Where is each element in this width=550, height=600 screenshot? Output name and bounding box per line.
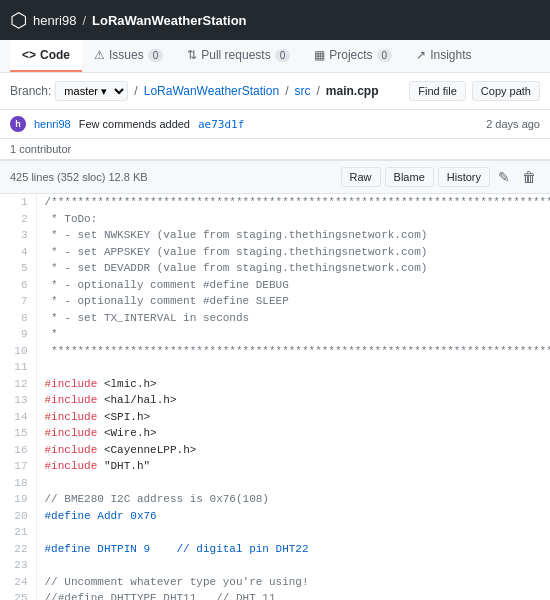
line-number[interactable]: 3 [0,227,36,244]
file-lines: 425 lines (352 sloc) [10,171,105,183]
line-code: * ToDo: [36,211,550,228]
table-row: 22#define DHTPIN 9 // digital pin DHT22 [0,541,550,558]
line-code: * [36,326,550,343]
line-code: #include <SPI.h> [36,409,550,426]
breadcrumb-src[interactable]: src [294,84,310,98]
blame-button[interactable]: Blame [385,167,434,187]
line-number[interactable]: 19 [0,491,36,508]
breadcrumb-bar: Branch: master ▾ / LoRaWanWeatherStation… [0,73,550,110]
raw-button[interactable]: Raw [341,167,381,187]
table-row: 11 [0,359,550,376]
line-number[interactable]: 25 [0,590,36,600]
commit-author[interactable]: henri98 [34,118,71,130]
branch-label: Branch: [10,84,51,98]
line-number[interactable]: 13 [0,392,36,409]
breadcrumb-actions: Find file Copy path [409,81,540,101]
table-row: 4 * - set APPSKEY (value from staging.th… [0,244,550,261]
topbar-user[interactable]: henri98 [33,13,76,28]
line-code: #include <lmic.h> [36,376,550,393]
breadcrumb-sep3: / [316,84,319,98]
line-number[interactable]: 24 [0,574,36,591]
commit-message: Few commends added [79,118,190,130]
table-row: 8 * - set TX_INTERVAL in seconds [0,310,550,327]
pr-icon: ⇅ [187,48,197,62]
line-number[interactable]: 21 [0,524,36,541]
breadcrumb-sep1: / [134,84,137,98]
line-code: #define DHTPIN 9 // digital pin DHT22 [36,541,550,558]
line-code: // BME280 I2C address is 0x76(108) [36,491,550,508]
file-size: 12.8 KB [108,171,147,183]
table-row: 16#include <CayenneLPP.h> [0,442,550,459]
line-code: * - set DEVADDR (value from staging.thet… [36,260,550,277]
tab-insights[interactable]: ↗ Insights [404,40,483,72]
copy-path-button[interactable]: Copy path [472,81,540,101]
edit-icon[interactable]: ✎ [494,167,514,187]
avatar: h [10,116,26,132]
line-number[interactable]: 17 [0,458,36,475]
tab-code[interactable]: <> Code [10,40,82,72]
table-row: 20#define Addr 0x76 [0,508,550,525]
line-number[interactable]: 9 [0,326,36,343]
contributor-count: 1 [10,143,16,155]
line-number[interactable]: 18 [0,475,36,492]
line-code: * - optionally comment #define SLEEP [36,293,550,310]
line-number[interactable]: 16 [0,442,36,459]
table-row: 6 * - optionally comment #define DEBUG [0,277,550,294]
issues-icon: ⚠ [94,48,105,62]
insights-icon: ↗ [416,48,426,62]
pr-badge: 0 [275,49,291,62]
table-row: 25//#define DHTTYPE DHT11 // DHT 11 [0,590,550,600]
line-number[interactable]: 5 [0,260,36,277]
delete-icon[interactable]: 🗑 [518,167,540,187]
github-logo: ⬡ [10,8,27,32]
table-row: 17#include "DHT.h" [0,458,550,475]
code-table: 1/**************************************… [0,194,550,600]
line-number[interactable]: 6 [0,277,36,294]
line-code: /***************************************… [36,194,550,211]
table-row: 9 * [0,326,550,343]
line-code: #include <hal/hal.h> [36,392,550,409]
line-number[interactable]: 12 [0,376,36,393]
topbar-separator: / [82,13,86,28]
tab-pull-requests[interactable]: ⇅ Pull requests 0 [175,40,302,72]
find-file-button[interactable]: Find file [409,81,466,101]
line-number[interactable]: 11 [0,359,36,376]
line-code: //#define DHTTYPE DHT11 // DHT 11 [36,590,550,600]
line-number[interactable]: 2 [0,211,36,228]
commit-time: 2 days ago [486,118,540,130]
line-code: * - set TX_INTERVAL in seconds [36,310,550,327]
branch-select[interactable]: master ▾ [55,81,128,101]
tab-issues[interactable]: ⚠ Issues 0 [82,40,175,72]
table-row: 1/**************************************… [0,194,550,211]
line-number[interactable]: 20 [0,508,36,525]
table-row: 3 * - set NWKSKEY (value from staging.th… [0,227,550,244]
table-row: 7 * - optionally comment #define SLEEP [0,293,550,310]
line-code: // Uncomment whatever type you're using! [36,574,550,591]
history-button[interactable]: History [438,167,490,187]
table-row: 18 [0,475,550,492]
contributor-bar: 1 contributor [0,139,550,160]
line-code: #include <Wire.h> [36,425,550,442]
commit-sha[interactable]: ae73d1f [198,118,244,131]
line-number[interactable]: 8 [0,310,36,327]
line-number[interactable]: 4 [0,244,36,261]
tab-projects[interactable]: ▦ Projects 0 [302,40,404,72]
table-row: 21 [0,524,550,541]
line-number[interactable]: 15 [0,425,36,442]
line-number[interactable]: 14 [0,409,36,426]
line-number[interactable]: 1 [0,194,36,211]
file-actions: Raw Blame History ✎ 🗑 [341,167,540,187]
topbar-repo[interactable]: LoRaWanWeatherStation [92,13,247,28]
line-number[interactable]: 22 [0,541,36,558]
line-number[interactable]: 10 [0,343,36,360]
file-header: 425 lines (352 sloc) 12.8 KB Raw Blame H… [0,160,550,194]
line-code [36,557,550,574]
line-number[interactable]: 23 [0,557,36,574]
table-row: 14#include <SPI.h> [0,409,550,426]
breadcrumb-repo[interactable]: LoRaWanWeatherStation [144,84,279,98]
table-row: 13#include <hal/hal.h> [0,392,550,409]
line-number[interactable]: 7 [0,293,36,310]
breadcrumb-file: main.cpp [326,84,379,98]
table-row: 10 *************************************… [0,343,550,360]
breadcrumb-sep2: / [285,84,288,98]
